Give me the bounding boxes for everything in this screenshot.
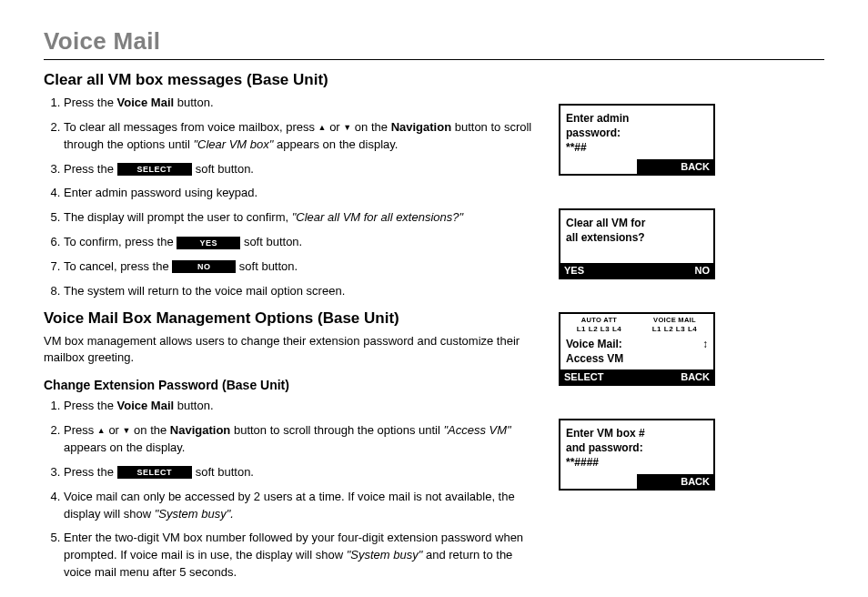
lcd-column: Enter admin password: **## BACK Clear al… <box>559 66 824 591</box>
lcd-soft-left-select: SELECT <box>560 369 637 384</box>
step: Enter the two-digit VM box number follow… <box>64 530 535 582</box>
lcd-soft-right-no: NO <box>637 263 713 278</box>
lcd-screen-voice-mail: AUTO ATT L1 L2 L3 L4 VOICE MAIL L1 L2 L3… <box>559 312 715 386</box>
lcd-soft-left <box>560 159 637 174</box>
section-heading-vm-mgmt: Voice Mail Box Management Options (Base … <box>44 309 535 328</box>
step: To confirm, press the YES soft button. <box>64 234 535 251</box>
step: The display will prompt the user to conf… <box>64 209 535 227</box>
up-arrow-icon: ▲ <box>97 426 106 435</box>
intro-paragraph: VM box management allows users to change… <box>44 333 535 368</box>
lcd-soft-right-back: BACK <box>637 369 713 384</box>
no-soft-button: NO <box>172 260 236 273</box>
step: To cancel, press the NO soft button. <box>64 258 535 276</box>
step: Press the SELECT soft button. <box>64 161 535 178</box>
steps-clear-vm: Press the Voice Mail button. To clear al… <box>44 95 535 300</box>
up-arrow-icon: ▲ <box>318 123 327 132</box>
lcd-soft-right-back: BACK <box>637 159 713 174</box>
lcd-soft-right-back: BACK <box>637 474 713 489</box>
step: The system will return to the voice mail… <box>64 283 535 300</box>
step: Voice mail can only be accessed by 2 use… <box>64 489 535 523</box>
document-page: Voice Mail Clear all VM box messages (Ba… <box>0 0 868 597</box>
select-soft-button: SELECT <box>117 163 193 176</box>
lcd-soft-left <box>560 474 637 489</box>
down-arrow-icon: ▼ <box>343 123 351 132</box>
step: Press the SELECT soft button. <box>64 464 535 481</box>
step: Enter admin password using keypad. <box>64 185 535 202</box>
select-soft-button: SELECT <box>117 466 193 479</box>
step: To clear all messages from voice mailbox… <box>64 119 535 154</box>
steps-change-pw: Press the Voice Mail button. Press ▲ or … <box>44 398 535 582</box>
lcd-soft-left-yes: YES <box>560 263 637 278</box>
yes-soft-button: YES <box>177 237 240 249</box>
step: Press the Voice Mail button. <box>64 398 535 415</box>
main-text-column: Clear all VM box messages (Base Unit) Pr… <box>44 66 535 591</box>
lcd-screen-confirm-clear: Clear all VM for all extensions? YES NO <box>559 208 715 279</box>
page-title: Voice Mail <box>44 27 824 56</box>
step: Press the Voice Mail button. <box>64 95 535 112</box>
lcd-screen-enter-admin: Enter admin password: **## BACK <box>559 104 715 176</box>
step: Press ▲ or ▼ on the Navigation button to… <box>64 422 535 457</box>
section-heading-clear-vm: Clear all VM box messages (Base Unit) <box>44 71 535 89</box>
top-rule <box>44 59 824 60</box>
updown-arrow-icon: ↕ <box>702 337 708 351</box>
subsection-heading-change-pw: Change Extension Password (Base Unit) <box>44 378 535 392</box>
lcd-screen-enter-vmbox: Enter VM box # and password: **#### BACK <box>559 419 715 491</box>
